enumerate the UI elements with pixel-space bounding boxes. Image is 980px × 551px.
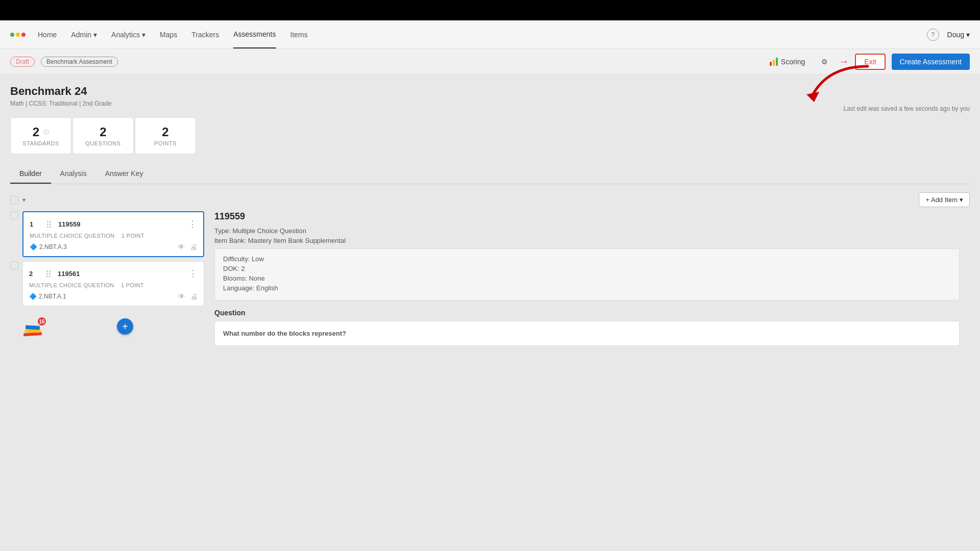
- admin-chevron: ▾: [93, 31, 97, 39]
- item-detail-metadata: Difficulty: Low DOK: 2 Blooms: None Lang…: [214, 248, 960, 300]
- draft-badge: Draft: [10, 57, 35, 67]
- list-footer: 16 +: [10, 310, 204, 339]
- item-2-type: MULTIPLE CHOICE QUESTION 1 point: [29, 282, 198, 288]
- item-detail-type: Type: Multiple Choice Question: [214, 227, 960, 235]
- action-bar-right: Scoring ⚙ → Exit Create Assessment: [765, 54, 970, 70]
- item-2-id: 119561: [58, 270, 80, 278]
- item-card-1[interactable]: 1 119559 ⋮ MULTIPLE CHOICE QUESTION: [22, 211, 204, 257]
- type-badge: Benchmark Assessment: [41, 57, 118, 67]
- question-section-title: Question: [214, 309, 960, 317]
- nav-maps[interactable]: Maps: [160, 21, 177, 48]
- stat-questions: 2 QUESTIONS: [72, 117, 134, 154]
- item-1-id: 119559: [58, 220, 80, 228]
- add-item-circle-button[interactable]: +: [117, 318, 133, 335]
- standard-2-icon: 🔷: [29, 293, 37, 300]
- tab-analysis[interactable]: Analysis: [51, 164, 96, 184]
- item-1-footer: 🔷 2.NBT.A.3 👁 🖨: [30, 243, 197, 251]
- nav-trackers[interactable]: Trackers: [191, 21, 219, 48]
- standards-count: 2: [33, 125, 39, 139]
- item-2-points: 1 point: [121, 282, 144, 288]
- main-content: Benchmark 24 Math | CCSS: Traditional | …: [0, 74, 980, 551]
- item-2-print-icon[interactable]: 🖨: [190, 292, 198, 300]
- item-card-1-header: 1 119559 ⋮: [30, 218, 197, 230]
- action-bar: Draft Benchmark Assessment Scoring ⚙ → E…: [0, 49, 980, 74]
- logo-dots: [10, 33, 26, 37]
- items-toolbar: ▾ + Add Item ▾: [10, 192, 970, 207]
- items-toolbar-left: ▾: [10, 196, 26, 204]
- item-1-number: 1: [30, 220, 40, 228]
- help-button[interactable]: ?: [927, 29, 939, 41]
- item-row-2: 2 119561 ⋮ MULTIPLE CHOICE QUESTION: [10, 261, 204, 308]
- top-black-bar: [0, 0, 980, 20]
- arrow-indicator: →: [839, 56, 849, 67]
- item-2-checkbox[interactable]: [10, 261, 18, 269]
- item-1-type: MULTIPLE CHOICE QUESTION 1 point: [30, 233, 197, 239]
- assessment-meta: Math | CCSS: Traditional | 2nd Grade: [10, 100, 970, 107]
- item-2-standard: 🔷 2.NBT.A.1: [29, 293, 66, 300]
- item-1-standard: 🔷 2.NBT.A.3: [30, 243, 67, 251]
- add-item-label: + Add Item: [925, 196, 958, 204]
- questions-label: QUESTIONS: [83, 140, 123, 146]
- exit-button[interactable]: Exit: [855, 54, 885, 70]
- select-all-checkbox[interactable]: [10, 196, 18, 204]
- nav-analytics[interactable]: Analytics ▾: [111, 21, 145, 48]
- logo[interactable]: [10, 33, 26, 37]
- tab-answer-key[interactable]: Answer Key: [96, 164, 153, 184]
- nav-admin[interactable]: Admin ▾: [71, 21, 97, 48]
- standards-label: STANDARDS: [21, 140, 61, 146]
- settings-button[interactable]: ⚙: [816, 54, 832, 70]
- points-label: POINTS: [145, 140, 185, 146]
- scoring-label: Scoring: [781, 58, 805, 66]
- item-1-drag-handle[interactable]: [44, 221, 54, 228]
- content-area: 1 119559 ⋮ MULTIPLE CHOICE QUESTION: [10, 211, 970, 346]
- item-2-number: 2: [29, 270, 39, 278]
- tab-builder[interactable]: Builder: [10, 164, 51, 184]
- item-2-actions: 👁 🖨: [178, 292, 198, 300]
- settings-icon: ⚙: [821, 58, 828, 66]
- points-count: 2: [145, 125, 185, 139]
- items-list: 1 119559 ⋮ MULTIPLE CHOICE QUESTION: [10, 211, 204, 346]
- item-2-footer: 🔷 2.NBT.A.1 👁 🖨: [29, 292, 198, 300]
- saved-text: Last edit was saved a few seconds ago by…: [844, 105, 970, 112]
- item-detail-id: 119559: [214, 211, 960, 222]
- item-1-eye-icon[interactable]: 👁: [178, 243, 185, 251]
- item-1-menu[interactable]: ⋮: [188, 218, 197, 230]
- item-2-drag-handle[interactable]: [43, 270, 54, 277]
- item-1-print-icon[interactable]: 🖨: [190, 243, 197, 251]
- create-assessment-button[interactable]: Create Assessment: [892, 54, 970, 70]
- nav-home[interactable]: Home: [38, 21, 57, 48]
- detail-dok: DOK: 2: [223, 265, 951, 272]
- item-card-2[interactable]: 2 119561 ⋮ MULTIPLE CHOICE QUESTION: [22, 261, 204, 306]
- add-item-button[interactable]: + Add Item ▾: [919, 192, 970, 207]
- analytics-chevron: ▾: [142, 31, 145, 39]
- item-detail-bank: Item Bank: Mastery Item Bank Supplementa…: [214, 237, 960, 244]
- nav-right: ? Doug ▾: [927, 29, 970, 41]
- item-1-checkbox[interactable]: [10, 211, 18, 219]
- scoring-button[interactable]: Scoring: [765, 55, 810, 69]
- nav-items[interactable]: Items: [290, 21, 308, 48]
- item-2-eye-icon[interactable]: 👁: [178, 292, 185, 300]
- logo-dot-yellow: [16, 33, 20, 37]
- navbar: Home Admin ▾ Analytics ▾ Maps Trackers A…: [0, 20, 980, 49]
- item-1-points: 1 point: [121, 233, 144, 239]
- stats-row: 2 ⓘ STANDARDS 2 QUESTIONS 2 POINTS: [10, 117, 970, 154]
- action-bar-left: Draft Benchmark Assessment: [10, 57, 118, 67]
- user-name: Doug: [947, 31, 964, 39]
- logo-dot-green: [10, 33, 14, 37]
- item-detail-panel: 119559 Type: Multiple Choice Question It…: [204, 211, 970, 346]
- detail-difficulty: Difficulty: Low: [223, 255, 951, 263]
- select-all-chevron[interactable]: ▾: [22, 196, 26, 204]
- questions-count: 2: [83, 125, 123, 139]
- scoring-icon: [770, 58, 778, 66]
- user-menu[interactable]: Doug ▾: [947, 31, 970, 39]
- user-chevron-icon: ▾: [966, 31, 970, 39]
- assessment-header: Benchmark 24 Math | CCSS: Traditional | …: [10, 85, 970, 107]
- nav-assessments[interactable]: Assessments: [233, 21, 276, 48]
- assessment-title: Benchmark 24: [10, 85, 970, 98]
- standards-info-icon[interactable]: ⓘ: [43, 129, 49, 136]
- item-2-menu[interactable]: ⋮: [188, 268, 198, 279]
- logo-dot-red: [21, 33, 26, 37]
- detail-blooms: Blooms: None: [223, 274, 951, 282]
- stat-points: 2 POINTS: [135, 117, 196, 154]
- tabs-row: Builder Analysis Answer Key: [10, 164, 970, 184]
